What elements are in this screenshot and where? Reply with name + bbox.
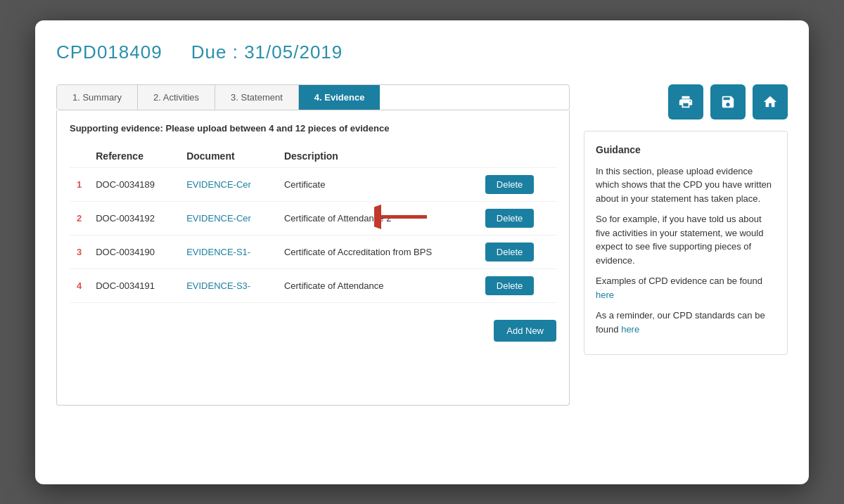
delete-button[interactable]: Delete xyxy=(485,175,535,194)
row-number: 1 xyxy=(70,167,89,201)
row-number: 3 xyxy=(70,235,89,269)
print-button[interactable] xyxy=(668,84,703,119)
guidance-title: Guidance xyxy=(596,143,776,157)
home-icon xyxy=(762,94,778,110)
table-row: 4 DOC-0034191 EVIDENCE-S3- Certificate o… xyxy=(70,269,556,302)
row-reference: DOC-0034189 xyxy=(89,167,179,201)
cpd-id: CPD018409 xyxy=(56,41,162,63)
table-row: 2 DOC-0034192 EVIDENCE-Cer Certificate o… xyxy=(70,201,556,235)
right-panel: Guidance In this section, please upload … xyxy=(584,84,788,406)
table-row: 1 DOC-0034189 EVIDENCE-Cer Certificate D… xyxy=(70,167,556,201)
tab-statement[interactable]: 3. Statement xyxy=(215,85,299,110)
col-num-header xyxy=(70,145,89,168)
row-number: 4 xyxy=(70,269,89,302)
row-delete-cell: Delete xyxy=(478,167,556,201)
col-document-header: Document xyxy=(179,145,277,168)
save-icon xyxy=(720,94,736,110)
save-button[interactable] xyxy=(710,84,746,119)
table-row: 3 DOC-0034190 EVIDENCE-S1- Certificate o… xyxy=(70,235,556,269)
guidance-examples-link[interactable]: here xyxy=(596,290,614,300)
row-delete-cell: Delete xyxy=(478,235,556,269)
toolbar xyxy=(584,84,788,119)
row-document[interactable]: EVIDENCE-S1- xyxy=(179,235,277,269)
row-delete-cell: Delete xyxy=(478,269,556,302)
guidance-para-4: As a reminder, our CPD standards can be … xyxy=(596,309,776,336)
row-reference: DOC-0034191 xyxy=(89,269,179,302)
guidance-para-1: In this section, please upload evidence … xyxy=(596,164,776,206)
guidance-examples-text: Examples of CPD evidence can be found xyxy=(596,276,762,286)
delete-button[interactable]: Delete xyxy=(485,276,535,295)
row-description: Certificate of Accreditation from BPS xyxy=(277,235,478,269)
col-action-header xyxy=(478,145,556,168)
header-title: CPD018409 Due : 31/05/2019 xyxy=(56,41,788,63)
row-document[interactable]: EVIDENCE-Cer xyxy=(179,201,277,235)
due-date: Due : 31/05/2019 xyxy=(191,41,343,63)
evidence-table: Reference Document Description 1 DOC-003… xyxy=(70,145,556,303)
row-number: 2 xyxy=(70,201,89,235)
main-layout: 1. Summary 2. Activities 3. Statement 4.… xyxy=(56,84,788,406)
home-button[interactable] xyxy=(753,84,788,119)
guidance-panel: Guidance In this section, please upload … xyxy=(584,131,788,356)
row-reference: DOC-0034192 xyxy=(89,201,179,235)
tab-evidence[interactable]: 4. Evidence xyxy=(299,85,381,110)
delete-button[interactable]: Delete xyxy=(485,209,535,228)
row-document[interactable]: EVIDENCE-S3- xyxy=(179,269,277,302)
row-reference: DOC-0034190 xyxy=(89,235,179,269)
tab-activities[interactable]: 2. Activities xyxy=(138,85,215,110)
print-icon xyxy=(678,94,693,110)
tab-summary[interactable]: 1. Summary xyxy=(57,85,138,110)
guidance-para-2: So for example, if you have told us abou… xyxy=(596,212,776,267)
add-new-button[interactable]: Add New xyxy=(494,320,556,342)
delete-button[interactable]: Delete xyxy=(485,243,535,261)
row-description: Certificate xyxy=(277,167,478,201)
left-panel: 1. Summary 2. Activities 3. Statement 4.… xyxy=(56,84,570,406)
main-window: CPD018409 Due : 31/05/2019 1. Summary 2.… xyxy=(35,20,809,484)
guidance-standards-link[interactable]: here xyxy=(621,324,639,335)
col-reference-header: Reference xyxy=(89,145,179,168)
guidance-para-3: Examples of CPD evidence can be found he… xyxy=(596,274,776,302)
arrow-annotation xyxy=(374,205,430,232)
row-description: Certificate of Attendance xyxy=(277,269,478,302)
row-description: Certificate of Attendance 2 xyxy=(277,201,478,235)
row-document[interactable]: EVIDENCE-Cer xyxy=(179,167,277,201)
instructions-text: Supporting evidence: Please upload betwe… xyxy=(70,123,556,134)
row-delete-cell: Delete xyxy=(478,201,556,235)
col-description-header: Description xyxy=(277,145,478,168)
content-box: Supporting evidence: Please upload betwe… xyxy=(56,110,570,406)
tab-bar: 1. Summary 2. Activities 3. Statement 4.… xyxy=(56,84,570,110)
